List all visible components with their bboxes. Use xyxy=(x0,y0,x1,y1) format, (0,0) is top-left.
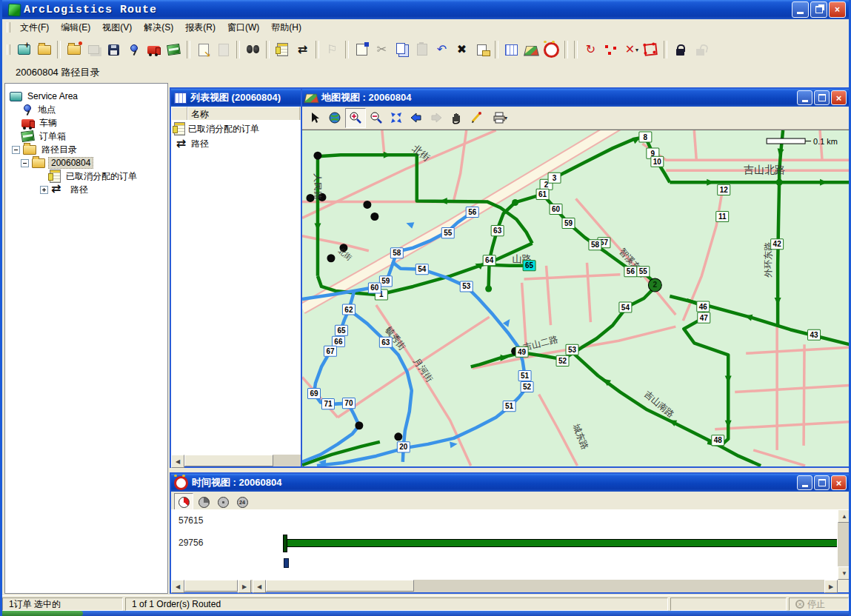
svg-text:20: 20 xyxy=(399,443,408,451)
undo-button[interactable]: ↶ xyxy=(432,40,452,60)
move-to-folder-button[interactable] xyxy=(472,40,492,60)
routes-icon: ⇄ xyxy=(296,43,310,57)
tree-expander[interactable] xyxy=(12,146,20,154)
svg-text:60: 60 xyxy=(370,284,379,292)
time-scale-2hr-button[interactable] xyxy=(195,494,213,511)
menu-item[interactable]: 窗口(W) xyxy=(221,20,265,36)
svg-text:53: 53 xyxy=(462,282,471,290)
map-view-titlebar[interactable]: 地图视图 : 20060804 × xyxy=(302,89,850,107)
draw-tool-button[interactable] xyxy=(467,109,486,127)
route-box-button[interactable] xyxy=(641,40,661,60)
map-minimize-button[interactable] xyxy=(797,90,812,105)
svg-text:59: 59 xyxy=(564,219,573,227)
tree-item[interactable]: 地点 xyxy=(5,103,167,116)
time-scale-1hr-button[interactable] xyxy=(174,493,193,512)
vehicles-button[interactable] xyxy=(144,40,164,60)
timeline-hscroll-right[interactable]: ▶ xyxy=(824,580,838,593)
import-orders-icon xyxy=(198,44,209,56)
time-scale-12hr-button[interactable] xyxy=(214,494,232,511)
full-extent-tool-button[interactable] xyxy=(387,109,406,127)
lock-button[interactable] xyxy=(670,40,690,60)
map-canvas[interactable]: 北街人民路北街吉山北路外环东路智溪东路山路吉山二路吉山南路城东路月河街毓秀街25… xyxy=(302,130,850,466)
tree-item-label: 已取消分配的订单 xyxy=(64,170,139,183)
new-folder-button[interactable] xyxy=(64,40,84,60)
map-maximize-button[interactable] xyxy=(814,90,830,105)
copy-button[interactable] xyxy=(392,40,412,60)
tree-item[interactable]: 已取消分配的订单 xyxy=(5,170,167,183)
back-tool-button[interactable] xyxy=(407,109,426,127)
list-hscroll-thumb[interactable] xyxy=(184,455,273,466)
time-view-button[interactable] xyxy=(541,40,561,60)
order-box-button[interactable] xyxy=(164,40,184,60)
rebuild-routes-button[interactable]: ↻ xyxy=(581,40,601,60)
tree-item[interactable]: 路径目录 xyxy=(5,143,167,156)
map-view-button[interactable] xyxy=(521,40,541,60)
time-minimize-button[interactable] xyxy=(797,475,812,490)
select-tool-button[interactable] xyxy=(305,109,324,127)
globe-tool-button[interactable] xyxy=(325,109,344,127)
list-view-button[interactable] xyxy=(501,40,521,60)
tree-item[interactable]: 20060804 xyxy=(5,156,167,170)
map-view-icon xyxy=(304,94,319,104)
tree-expander[interactable] xyxy=(40,186,48,194)
time-rows[interactable]: 5761529756 xyxy=(171,509,838,580)
time-view-titlebar[interactable]: 时间视图 : 20060804 × xyxy=(171,474,850,492)
time-view-title: 时间视图 : 20060804 xyxy=(192,476,281,489)
svg-text:69: 69 xyxy=(310,389,318,398)
zoom-out-tool-button[interactable] xyxy=(367,109,386,127)
locations-button[interactable] xyxy=(124,40,144,60)
time-maximize-button[interactable] xyxy=(814,475,830,490)
route-hscroll-right[interactable]: ▶ xyxy=(238,580,251,593)
find-button[interactable] xyxy=(243,40,263,60)
close-button[interactable]: × xyxy=(829,1,846,18)
tree-item[interactable]: 订单箱 xyxy=(5,130,167,143)
time-scale-24hr-button[interactable]: 24 xyxy=(233,494,251,511)
print-dropdown-caret[interactable]: ▾ xyxy=(504,115,507,121)
timeline-hscroll-thumb[interactable] xyxy=(266,580,414,592)
time-close-button[interactable]: × xyxy=(831,475,847,490)
reroute-button[interactable]: ✕▾ xyxy=(621,40,641,60)
pan-tool-button[interactable] xyxy=(447,109,466,127)
map-close-button[interactable]: × xyxy=(831,90,847,105)
tree-expander[interactable] xyxy=(21,159,29,167)
app-title: ArcLogistics Route xyxy=(24,4,157,16)
menu-item[interactable]: 帮助(H) xyxy=(265,20,307,36)
delete-button[interactable]: ✖ xyxy=(452,40,472,60)
time-vscroll[interactable]: ▲ ▼ xyxy=(837,509,850,580)
properties-button[interactable] xyxy=(352,40,372,60)
route-name[interactable]: 57615 xyxy=(178,515,203,526)
sequence-orders-button[interactable] xyxy=(601,40,621,60)
timeline-hscroll-left[interactable]: ◀ xyxy=(253,580,266,593)
save-button[interactable] xyxy=(104,40,124,60)
menu-item[interactable]: 报表(R) xyxy=(179,20,221,36)
menu-item[interactable]: 解决(S) xyxy=(138,20,179,36)
minimize-button[interactable] xyxy=(792,1,809,18)
route-time-bar[interactable] xyxy=(285,539,838,547)
svg-text:55: 55 xyxy=(639,267,648,275)
zoom-in-tool-button[interactable] xyxy=(345,108,366,128)
route-hscroll-left[interactable]: ◀ xyxy=(171,580,184,593)
tree-item[interactable]: ⇄路径 xyxy=(5,183,167,196)
route-hscroll-thumb[interactable] xyxy=(184,580,238,592)
unlock-icon xyxy=(696,49,704,56)
time-vscroll-down[interactable]: ▼ xyxy=(838,566,851,580)
open-folder-button[interactable] xyxy=(34,40,54,60)
restore-button[interactable] xyxy=(810,1,827,18)
menu-item[interactable]: 编辑(E) xyxy=(55,20,96,36)
print-tool-button[interactable]: ▾ xyxy=(487,109,513,127)
menu-item[interactable]: 文件(F) xyxy=(14,20,55,36)
import-orders-button[interactable] xyxy=(193,40,213,60)
new-routing-folder-button[interactable] xyxy=(14,40,34,60)
route-name[interactable]: 29756 xyxy=(178,538,203,548)
list-col-blank[interactable] xyxy=(171,107,187,120)
orders-list-button[interactable] xyxy=(273,40,293,60)
menu-item[interactable]: 视图(V) xyxy=(96,20,138,36)
map-view-icon xyxy=(524,46,539,56)
list-hscroll-left[interactable]: ◀ xyxy=(171,455,184,468)
navigation-tree[interactable]: Service Area地点车辆订单箱路径目录20060804已取消分配的订单⇄… xyxy=(4,83,168,594)
time-vscroll-up[interactable]: ▲ xyxy=(838,509,851,523)
routes-button[interactable]: ⇄ xyxy=(293,40,313,60)
list-col-name[interactable]: 名称 xyxy=(187,107,300,120)
tree-item[interactable]: Service Area xyxy=(5,90,167,103)
tree-item[interactable]: 车辆 xyxy=(5,116,167,130)
